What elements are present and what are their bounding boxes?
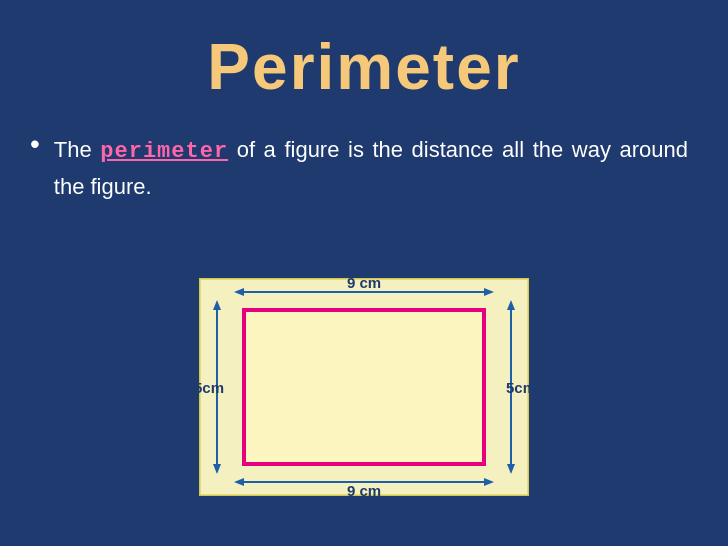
diagram: 9 cm 9 cm 5cm 5cm <box>199 278 529 500</box>
bullet-dot: • <box>30 128 40 160</box>
bullet-section: • The perimeter of a figure is the dista… <box>0 104 728 204</box>
svg-text:5cm: 5cm <box>199 379 224 396</box>
page-title: Perimeter <box>0 0 728 104</box>
perimeter-link: perimeter <box>100 139 228 164</box>
perimeter-diagram: 9 cm 9 cm 5cm 5cm <box>199 278 529 496</box>
bullet-text: The perimeter of a figure is the distanc… <box>54 132 688 204</box>
svg-text:9 cm: 9 cm <box>347 482 381 496</box>
slide: Perimeter • The perimeter of a figure is… <box>0 0 728 546</box>
svg-rect-1 <box>244 310 484 464</box>
svg-text:5cm: 5cm <box>506 379 529 396</box>
svg-text:9 cm: 9 cm <box>347 278 381 291</box>
text-before-link: The <box>54 137 100 162</box>
